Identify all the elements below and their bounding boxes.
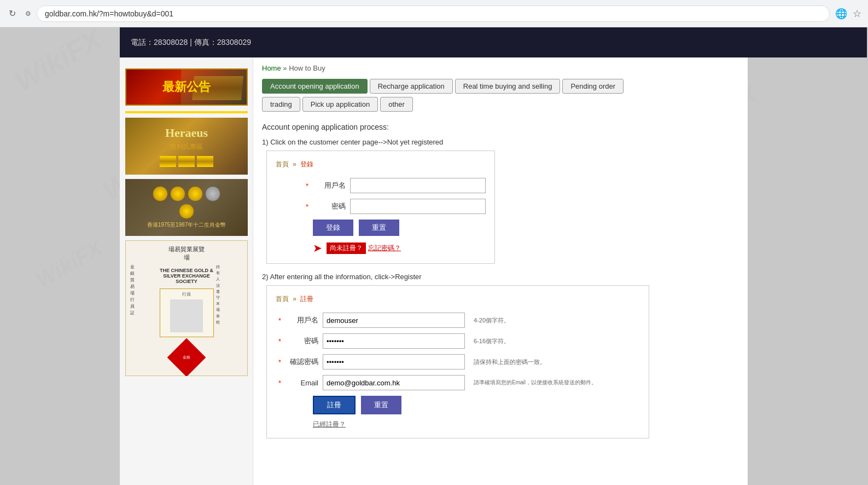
register-password-input[interactable] xyxy=(323,333,465,349)
register-confirm-hint: 請保持和上面的密碼一致。 xyxy=(474,358,546,366)
tab-account-opening[interactable]: Account opening application xyxy=(262,79,368,94)
login-form-breadcrumb-home: 首頁 xyxy=(276,160,289,168)
not-registered-link[interactable]: 尚未註冊？ xyxy=(327,242,366,254)
register-email-row: * Email 請準確填寫您的Email，以便接收系統發送的郵件。 xyxy=(276,375,640,390)
register-form-screenshot: 首頁 » 註冊 * 用戶名 4-20個字符。 * 密碼 6-16個字符。 xyxy=(266,285,649,438)
yellow-divider xyxy=(125,111,248,113)
sidebar-coin-card[interactable]: 香港1975至1987年十二生肖金幣 xyxy=(125,179,248,236)
sidebar: 最新公告 Heraeus 賀利氏專區 xyxy=(120,57,253,485)
register-username-hint: 4-20個字符。 xyxy=(474,316,510,325)
tab-trading[interactable]: trading xyxy=(262,97,300,112)
nav-tabs-row2: trading Pick up application other xyxy=(253,96,748,114)
login-username-input[interactable] xyxy=(350,178,486,193)
register-username-row: * 用戶名 4-20個字符。 xyxy=(276,313,640,328)
login-username-row: * 用戶名 xyxy=(276,178,486,193)
register-username-input[interactable] xyxy=(323,313,465,328)
browser-nav-icons: ↻ xyxy=(7,8,18,19)
register-confirm-password-row: * 確認密碼 請保持和上面的密碼一致。 xyxy=(276,354,640,369)
register-form-breadcrumb-sep: » xyxy=(293,295,298,303)
site-info-icon[interactable]: ⚙ xyxy=(25,10,31,18)
header-phone-text: 電話：28308028 | 傳真：28308029 xyxy=(131,38,251,48)
breadcrumb: Home » How to Buy xyxy=(253,57,748,77)
register-password-hint: 6-16個字符。 xyxy=(474,337,510,345)
already-registered-link[interactable]: 已經註冊？ xyxy=(313,420,640,429)
register-password-row: * 密碼 6-16個字符。 xyxy=(276,333,640,349)
address-bar[interactable]: goldbar.com.hk/?m=howtobuy&d=001 xyxy=(37,5,830,22)
register-form-breadcrumb-home: 首頁 xyxy=(276,295,289,303)
browser-actions: 🌐 ☆ xyxy=(835,8,861,20)
sidebar-announcement[interactable]: 最新公告 xyxy=(125,68,247,106)
register-username-required: * xyxy=(276,316,281,325)
bookmark-icon[interactable]: ☆ xyxy=(853,8,861,20)
login-password-row: * 密碼 xyxy=(276,199,486,214)
document-title: 場易貿業展覽 場 xyxy=(130,245,243,262)
refresh-icon[interactable]: ↻ xyxy=(7,8,18,19)
breadcrumb-home-link[interactable]: Home xyxy=(262,64,281,72)
register-form-buttons: 註冊 重置 xyxy=(313,396,640,414)
step2-label: 2) After entering all the information, c… xyxy=(262,273,739,281)
register-password-label: 密碼 xyxy=(286,336,318,346)
document-company: THE CHINESE GOLD & SILVER EXCHANGE SOCIE… xyxy=(160,268,214,284)
login-form-breadcrumb-sep: » xyxy=(293,160,298,168)
content-area: Account opening application process: 1) … xyxy=(253,114,748,447)
tab-pickup[interactable]: Pick up application xyxy=(302,97,378,112)
register-confirm-required: * xyxy=(276,358,281,366)
login-form-buttons: 登錄 重置 xyxy=(313,220,486,236)
register-form-breadcrumb-page: 註冊 xyxy=(300,295,313,303)
register-email-hint: 請準確填寫您的Email，以便接收系統發送的郵件。 xyxy=(474,379,597,386)
tab-pending-order[interactable]: Pending order xyxy=(562,79,624,94)
login-form-breadcrumb-page: 登錄 xyxy=(300,160,313,168)
register-confirm-input[interactable] xyxy=(323,354,465,369)
register-username-label: 用戶名 xyxy=(286,315,318,325)
register-email-label: Email xyxy=(286,379,318,387)
login-password-input[interactable] xyxy=(350,199,486,214)
login-username-label: 用戶名 xyxy=(313,181,346,190)
breadcrumb-current: How to Buy xyxy=(289,64,325,72)
register-confirm-label: 確認密碼 xyxy=(286,357,318,367)
section-title: Account opening application process: xyxy=(262,123,739,131)
sidebar-heraeus-card[interactable]: Heraeus 賀利氏專區 xyxy=(125,118,248,175)
register-email-input[interactable] xyxy=(323,375,465,390)
coin-card-text: 香港1975至1987年十二生肖金幣 xyxy=(147,221,226,229)
step1-label: 1) Click on the customer center page-->N… xyxy=(262,138,739,146)
heraeus-subtitle: 賀利氏專區 xyxy=(170,142,203,152)
tab-realtime[interactable]: Real time buying and selling xyxy=(455,79,561,94)
login-password-required: * xyxy=(276,203,308,211)
arrow-indicator: ➤ xyxy=(313,241,322,255)
register-reset-button[interactable]: 重置 xyxy=(361,396,401,414)
register-password-required: * xyxy=(276,337,281,345)
forgot-password-link[interactable]: 忘記密碼？ xyxy=(368,244,401,253)
login-reset-button[interactable]: 重置 xyxy=(359,220,399,236)
login-form-screenshot: 首頁 » 登錄 * 用戶名 * 密碼 登錄 重置 xyxy=(266,151,495,264)
translate-icon[interactable]: 🌐 xyxy=(835,8,847,20)
url-text: goldbar.com.hk/?m=howtobuy&d=001 xyxy=(45,9,173,18)
header-banner: 電話：28308028 | 傳真：28308029 xyxy=(120,27,867,57)
breadcrumb-separator: » xyxy=(283,64,287,72)
tab-recharge[interactable]: Recharge application xyxy=(370,79,453,94)
sidebar-document-card[interactable]: 場易貿業展覽 場 金銀貿易場行員証 THE CHINESE GOLD & SIL… xyxy=(125,240,248,376)
register-button[interactable]: 註冊 xyxy=(313,396,356,414)
login-username-required: * xyxy=(276,182,308,190)
login-form-links: ➤ 尚未註冊？ 忘記密碼？ xyxy=(313,241,486,255)
login-button[interactable]: 登錄 xyxy=(313,220,353,236)
nav-tabs-row1: Account opening application Recharge app… xyxy=(253,77,748,96)
announcement-text: 最新公告 xyxy=(162,79,211,95)
login-password-label: 密碼 xyxy=(313,201,346,211)
tab-other[interactable]: other xyxy=(380,97,413,112)
heraeus-logo-text: Heraeus xyxy=(165,126,208,140)
main-content: Home » How to Buy Account opening applic… xyxy=(253,57,748,485)
register-email-required: * xyxy=(276,379,281,387)
